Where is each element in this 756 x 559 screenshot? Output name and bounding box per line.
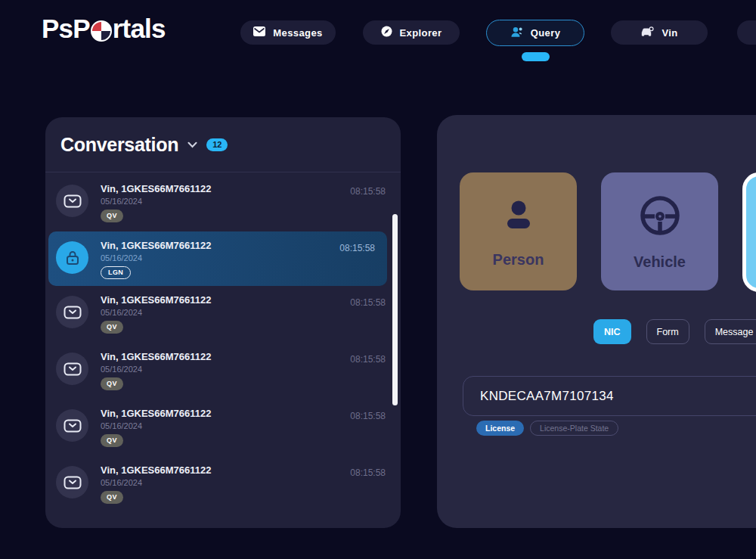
- row-badge: QV: [101, 377, 123, 390]
- row-title: Vin, 1GKES66M7661122: [101, 464, 350, 476]
- row-badge: LGN: [101, 266, 131, 279]
- messages-icon: [253, 26, 265, 39]
- row-avatar: [56, 241, 88, 274]
- envelope-icon: [64, 305, 82, 320]
- row-date: 05/16/2024: [101, 197, 350, 206]
- conversation-row[interactable]: Vin, 1GKES66M7661122 05/16/2024 QV 08:15…: [45, 175, 401, 231]
- lock-icon: [65, 250, 80, 266]
- query-panel: Person Vehicle NIC Form Message License …: [437, 115, 756, 528]
- row-title: Vin, 1GKES66M7661122: [101, 408, 350, 419]
- conversation-row[interactable]: Vin, 1GKES66M7661122 05/16/2024 QV 08:15…: [45, 456, 401, 513]
- row-content: Vin, 1GKES66M7661122 05/16/2024 QV: [101, 464, 350, 504]
- person-card[interactable]: Person: [460, 172, 577, 290]
- nav-label: Query: [531, 27, 561, 39]
- mode-buttons: NIC Form Message: [593, 319, 756, 344]
- conversation-row[interactable]: Vin, 1GKES66M7661122 05/16/2024 QV 08:15…: [45, 286, 401, 343]
- conversation-count-badge: 12: [206, 138, 228, 151]
- brand-logo: PsP rtals: [42, 14, 166, 44]
- envelope-icon: [64, 418, 82, 433]
- nic-button[interactable]: NIC: [593, 319, 631, 344]
- brand-suffix: rtals: [113, 14, 166, 44]
- form-button[interactable]: Form: [646, 319, 689, 344]
- row-content: Vin, 1GKES66M7661122 05/16/2024 QV: [101, 294, 350, 334]
- explorer-icon: [381, 26, 392, 39]
- row-badge: QV: [101, 321, 123, 334]
- row-badge: QV: [101, 434, 123, 447]
- entity-cards: Person Vehicle: [460, 172, 756, 292]
- active-tab-indicator: [522, 52, 550, 61]
- license-chip[interactable]: License: [476, 421, 524, 436]
- row-avatar: [56, 185, 88, 217]
- query-person-icon: [510, 26, 523, 40]
- nav-item-explorer[interactable]: Explorer: [363, 20, 460, 45]
- nav-item-messages[interactable]: Messages: [240, 20, 336, 45]
- app-window: PsP rtals Messages Explorer Query Vin Co…: [0, 0, 756, 559]
- row-content: Vin, 1GKES66M7661122 05/16/2024 QV: [101, 351, 350, 390]
- nav-item-query[interactable]: Query: [486, 20, 584, 46]
- conversation-title: Conversation: [60, 134, 178, 156]
- vehicle-card[interactable]: Vehicle: [601, 172, 718, 290]
- vin-car-search-icon: [640, 26, 654, 39]
- license-plate-state-chip[interactable]: License-Plate State: [530, 421, 618, 436]
- scrollbar-thumb[interactable]: [392, 214, 398, 405]
- message-button[interactable]: Message: [705, 319, 756, 344]
- row-content: Vin, 1GKES66M7661122 05/16/2024 QV: [101, 183, 350, 222]
- person-card-label: Person: [493, 251, 544, 269]
- row-badge: QV: [101, 491, 123, 504]
- nav-item-vin[interactable]: Vin: [611, 20, 708, 45]
- nav-label: Messages: [273, 27, 322, 39]
- envelope-icon: [64, 362, 82, 377]
- row-timestamp: 08:15:58: [350, 354, 386, 365]
- row-title: Vin, 1GKES66M7661122: [101, 351, 350, 362]
- filter-chips: License License-Plate State: [476, 421, 618, 436]
- partial-card[interactable]: [742, 172, 756, 292]
- envelope-icon: [64, 475, 82, 490]
- row-title: Vin, 1GKES66M7661122: [101, 240, 339, 251]
- query-search-input[interactable]: [463, 376, 756, 416]
- chevron-down-icon[interactable]: [187, 141, 197, 148]
- row-date: 05/16/2024: [101, 253, 339, 262]
- conversation-header: Conversation 12: [45, 117, 401, 172]
- nav-label: Vin: [662, 27, 677, 39]
- row-timestamp: 08:15:58: [350, 467, 386, 478]
- conversation-list: Vin, 1GKES66M7661122 05/16/2024 QV 08:15…: [45, 172, 401, 513]
- row-date: 05/16/2024: [101, 365, 350, 374]
- person-icon: [498, 195, 539, 239]
- row-timestamp: 08:15:58: [350, 297, 386, 308]
- nav-item-partial[interactable]: [737, 20, 756, 45]
- envelope-icon: [64, 194, 82, 209]
- steering-wheel-icon: [637, 193, 683, 241]
- row-content: Vin, 1GKES66M7661122 05/16/2024 LGN: [101, 240, 339, 279]
- conversation-panel: Conversation 12 Vin, 1GKES66M7661122 05/…: [45, 117, 401, 528]
- row-avatar: [56, 352, 88, 385]
- row-timestamp: 08:15:58: [350, 411, 386, 421]
- row-timestamp: 08:15:58: [339, 243, 375, 253]
- row-date: 05/16/2024: [101, 421, 350, 430]
- row-title: Vin, 1GKES66M7661122: [101, 294, 350, 306]
- row-avatar: [56, 466, 88, 498]
- vehicle-card-label: Vehicle: [634, 253, 686, 271]
- row-date: 05/16/2024: [101, 478, 350, 487]
- row-badge: QV: [101, 210, 123, 222]
- conversation-row[interactable]: Vin, 1GKES66M7661122 05/16/2024 QV 08:15…: [45, 343, 401, 399]
- row-date: 05/16/2024: [101, 308, 350, 317]
- brand-prefix: PsP: [42, 14, 90, 44]
- row-timestamp: 08:15:58: [350, 186, 386, 197]
- conversation-row[interactable]: Vin, 1GKES66M7661122 05/16/2024 QV 08:15…: [45, 399, 401, 456]
- conversation-row[interactable]: Vin, 1GKES66M7661122 05/16/2024 LGN 08:1…: [48, 231, 387, 286]
- row-avatar: [56, 296, 88, 328]
- brand-circle-icon: [91, 20, 112, 42]
- row-content: Vin, 1GKES66M7661122 05/16/2024 QV: [101, 408, 350, 447]
- nav-label: Explorer: [400, 27, 442, 39]
- row-title: Vin, 1GKES66M7661122: [101, 183, 350, 194]
- row-avatar: [56, 409, 88, 442]
